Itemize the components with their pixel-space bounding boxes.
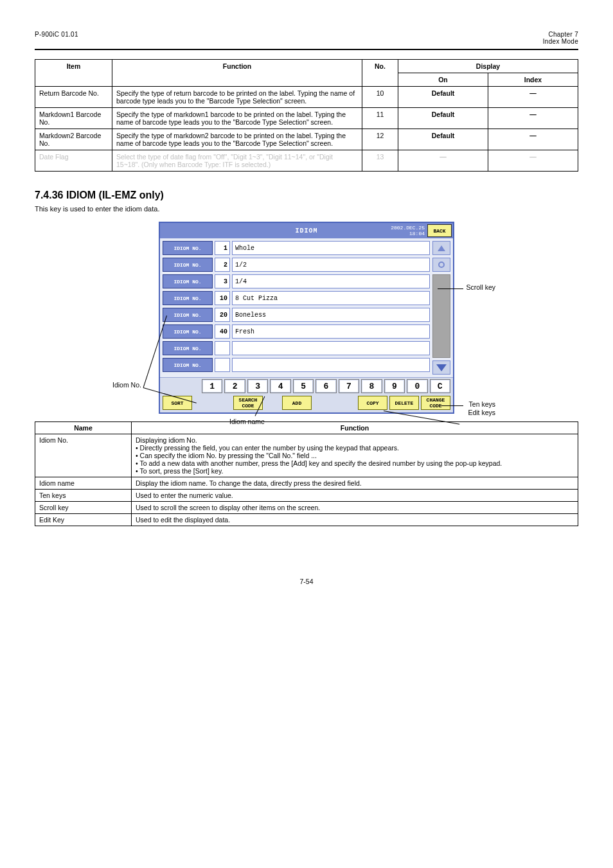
running-header: P-900iC 01.01 Chapter 7 Index Mode xyxy=(35,31,578,45)
idiom-no-label: IDIOM NO. xyxy=(163,258,213,272)
cell-item: Markdown2 Barcode No. xyxy=(35,129,112,150)
idiom-no-field[interactable] xyxy=(215,341,230,355)
cell-name: Edit Key xyxy=(35,514,132,526)
cell-item: Return Barcode No. xyxy=(35,87,112,108)
table-row: Return Barcode No.Specify the type of re… xyxy=(35,87,578,108)
idiom-no-label: IDIOM NO. xyxy=(163,274,213,288)
idiom-name-field[interactable]: Boneless xyxy=(232,308,430,322)
spec-th-no: No. xyxy=(362,60,398,87)
numkey-9[interactable]: 9 xyxy=(384,379,405,393)
spec-th-disp: Display xyxy=(398,60,578,73)
back-button[interactable]: BACK xyxy=(427,224,452,237)
cell-no: 11 xyxy=(362,108,398,129)
idiom-row: IDIOM NO. xyxy=(163,341,430,355)
idiom-no-field[interactable]: 1 xyxy=(215,241,230,255)
numkey-1[interactable]: 1 xyxy=(202,379,222,393)
spec-th-item: Item xyxy=(35,60,112,87)
callout-edit-keys: Edit keys xyxy=(468,409,495,416)
cell-name: Idiom No. xyxy=(35,434,132,477)
idiom-screen: IDIOM 2002.DEC.25 18:04 BACK IDIOM NO.1W… xyxy=(159,222,454,414)
triangle-up-icon xyxy=(438,245,445,251)
idiom-no-label: IDIOM NO. xyxy=(163,358,213,372)
explanation-table: Name Function Idiom No.Displaying idiom … xyxy=(35,421,578,526)
cell-func: Used to edit the displayed data. xyxy=(132,514,578,526)
idiom-row: IDIOM NO.40Fresh xyxy=(163,324,430,339)
section-blurb: This key is used to enter the idiom data… xyxy=(35,205,578,213)
cell-no: 12 xyxy=(362,129,398,150)
idiom-no-field[interactable]: 20 xyxy=(215,308,230,322)
scroll-down-button[interactable] xyxy=(432,360,450,375)
change-code-button[interactable]: CHANGE CODE xyxy=(421,396,450,410)
table-row: Scroll keyUsed to scroll the screen to d… xyxy=(35,502,578,514)
callout-idiom-no: Idiom No. xyxy=(112,381,141,389)
leader-line xyxy=(441,405,463,406)
cell-func: Select the type of date flag from "Off",… xyxy=(112,150,362,172)
numkey-0[interactable]: 0 xyxy=(407,379,427,393)
cell-disp-ind: — xyxy=(488,87,578,108)
table-row: Idiom No.Displaying idiom No.• Directly … xyxy=(35,434,578,477)
scroll-up-button[interactable] xyxy=(432,241,450,255)
numkey-5[interactable]: 5 xyxy=(293,379,314,393)
cell-disp-ind: — xyxy=(488,129,578,150)
idiom-no-field[interactable]: 40 xyxy=(215,324,230,339)
table-row: Date FlagSelect the type of date flag fr… xyxy=(35,150,578,172)
idiom-name-field[interactable]: 8 Cut Pizza xyxy=(232,291,430,305)
running-header-left: P-900iC 01.01 xyxy=(35,31,78,45)
idiom-name-field[interactable] xyxy=(232,341,430,355)
table-row: Ten keysUsed to enter the numeric value. xyxy=(35,490,578,502)
idiom-no-field[interactable] xyxy=(215,358,230,372)
idiom-name-field[interactable] xyxy=(232,358,430,372)
circle-icon xyxy=(438,261,445,268)
delete-button[interactable]: DELETE xyxy=(389,396,419,410)
idiom-name-field[interactable]: 1/2 xyxy=(232,258,430,272)
running-header-right: Chapter 7 Index Mode xyxy=(543,31,578,45)
idiom-no-field[interactable]: 2 xyxy=(215,258,230,272)
header-rule xyxy=(35,49,578,50)
callout-idiom-name: Idiom name xyxy=(229,418,265,425)
spec-th-disp-ind: Index xyxy=(488,73,578,87)
numkey-6[interactable]: 6 xyxy=(315,379,336,393)
idiom-no-label: IDIOM NO. xyxy=(163,324,213,339)
callout-ten-keys: Ten keys xyxy=(469,400,495,408)
idiom-row: IDIOM NO.108 Cut Pizza xyxy=(163,291,430,305)
idiom-no-field[interactable]: 3 xyxy=(215,274,230,288)
cell-no: 13 xyxy=(362,150,398,172)
copy-button[interactable]: COPY xyxy=(358,396,387,410)
scroll-top-button[interactable] xyxy=(432,258,450,272)
cell-func: Display the idiom name. To change the da… xyxy=(132,477,578,490)
expl-th-name: Name xyxy=(35,422,132,434)
cell-disp-ind: — xyxy=(488,150,578,172)
scroll-track[interactable] xyxy=(432,274,450,358)
cell-disp-head: Default xyxy=(398,87,488,108)
page-number: 7-54 xyxy=(35,578,578,585)
idiom-row: IDIOM NO. xyxy=(163,358,430,372)
cell-name: Idiom name xyxy=(35,477,132,490)
cell-disp-head: — xyxy=(398,150,488,172)
table-row: Markdown1 Barcode No.Specify the type of… xyxy=(35,108,578,129)
idiom-grid: IDIOM NO.1WholeIDIOM NO.21/2IDIOM NO.31/… xyxy=(160,238,431,377)
cell-item: Date Flag xyxy=(35,150,112,172)
numkey-3[interactable]: 3 xyxy=(247,379,268,393)
idiom-no-label: IDIOM NO. xyxy=(163,241,213,255)
add-button[interactable]: ADD xyxy=(282,396,312,410)
numkey-8[interactable]: 8 xyxy=(361,379,382,393)
screenshot-container: Idiom No. Idiom name Scroll key Ten keys… xyxy=(159,222,454,414)
triangle-down-icon xyxy=(436,364,447,371)
cell-func: Specify the type of markdown2 barcode to… xyxy=(112,129,362,150)
spec-th-func: Function xyxy=(112,60,362,87)
clear-button[interactable]: C xyxy=(430,379,450,393)
idiom-name-field[interactable]: 1/4 xyxy=(232,274,430,288)
numpad: 1234567890C xyxy=(160,377,453,394)
spec-th-disp-head: On xyxy=(398,73,488,87)
numkey-2[interactable]: 2 xyxy=(224,379,245,393)
numkey-7[interactable]: 7 xyxy=(339,379,359,393)
titlebar: IDIOM 2002.DEC.25 18:04 BACK xyxy=(160,223,453,238)
idiom-row: IDIOM NO.1Whole xyxy=(163,241,430,255)
idiom-no-field[interactable]: 10 xyxy=(215,291,230,305)
cell-disp-head: Default xyxy=(398,129,488,150)
scrollbar xyxy=(431,238,453,377)
numkey-4[interactable]: 4 xyxy=(270,379,290,393)
callout-scroll: Scroll key xyxy=(466,283,495,291)
idiom-name-field[interactable]: Whole xyxy=(232,241,430,255)
idiom-name-field[interactable]: Fresh xyxy=(232,324,430,339)
